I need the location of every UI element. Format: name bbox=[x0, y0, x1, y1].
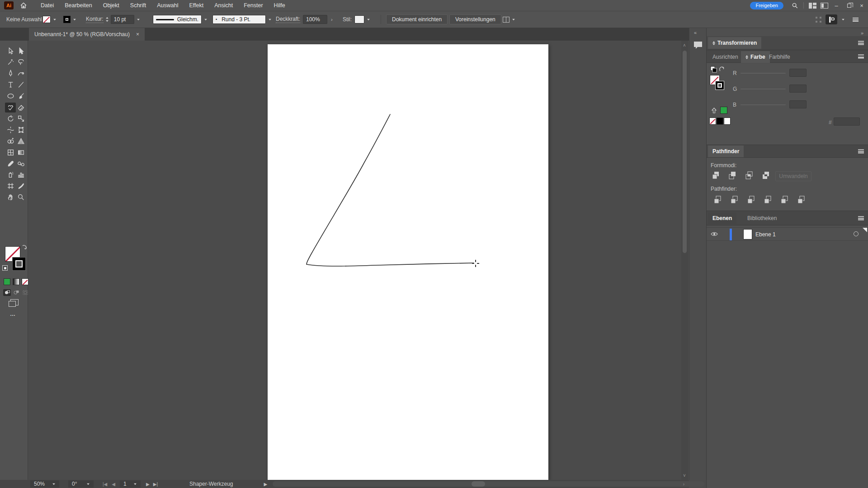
black-swatch[interactable] bbox=[717, 117, 723, 125]
stroke-weight-value[interactable]: 10 pt bbox=[111, 15, 134, 24]
last-page-icon[interactable]: ▶| bbox=[153, 482, 158, 487]
document-setup-button[interactable]: Dokument einrichten bbox=[386, 14, 448, 24]
rotation-select[interactable]: 0° bbox=[68, 480, 94, 488]
tab-ausrichten[interactable]: Ausrichten bbox=[708, 51, 743, 63]
scroll-down-icon[interactable]: ˅ bbox=[683, 474, 686, 478]
chevron-down-icon[interactable] bbox=[137, 19, 140, 20]
artboard-nav-select[interactable]: 1 bbox=[120, 480, 141, 488]
chevron-down-icon[interactable] bbox=[73, 19, 76, 20]
menu-auswahl[interactable]: Auswahl bbox=[151, 0, 184, 11]
stroke-color-control[interactable] bbox=[63, 11, 76, 28]
collapse-dock-icon[interactable]: » bbox=[861, 30, 863, 36]
chevron-down-icon[interactable] bbox=[269, 19, 271, 20]
selection-tool[interactable] bbox=[15, 46, 26, 56]
g-slider[interactable] bbox=[741, 89, 786, 89]
color-button[interactable] bbox=[4, 278, 10, 285]
symbol-sprayer-tool[interactable] bbox=[5, 170, 16, 180]
line-segment-tool[interactable] bbox=[15, 80, 26, 90]
workspace-switcher-icon[interactable] bbox=[826, 14, 837, 24]
horizontal-scrollbar[interactable] bbox=[273, 481, 704, 487]
minimize-icon[interactable]: – bbox=[830, 0, 843, 11]
hand-tool[interactable] bbox=[5, 192, 16, 202]
chevron-down-icon[interactable] bbox=[53, 19, 56, 20]
r-slider[interactable] bbox=[741, 73, 786, 74]
eraser-tool[interactable] bbox=[15, 103, 26, 113]
share-button[interactable]: Freigeben bbox=[750, 2, 783, 9]
type-tool[interactable] bbox=[5, 80, 16, 90]
close-tab-icon[interactable]: × bbox=[136, 31, 139, 38]
artboard-tool[interactable] bbox=[5, 181, 16, 191]
minus-back-icon[interactable] bbox=[796, 195, 806, 204]
document-tab[interactable]: Unbenannt-1* @ 50 % (RGB/Vorschau) × bbox=[29, 28, 145, 41]
last-color-icon[interactable] bbox=[711, 108, 717, 113]
chevron-down-icon[interactable] bbox=[842, 19, 844, 20]
crop-icon[interactable] bbox=[763, 195, 773, 204]
tab-farbhilfe[interactable]: Farbhilfe bbox=[764, 51, 795, 63]
home-icon[interactable] bbox=[20, 2, 27, 9]
column-graph-tool[interactable] bbox=[15, 170, 26, 180]
tab-transformieren[interactable]: Transformieren bbox=[708, 37, 761, 49]
trim-icon[interactable] bbox=[729, 195, 739, 204]
organize-apps-icon[interactable] bbox=[807, 0, 818, 11]
menu-effekt[interactable]: Effekt bbox=[184, 0, 209, 11]
perspective-grid-tool[interactable] bbox=[15, 136, 26, 146]
intersect-icon[interactable] bbox=[744, 170, 754, 180]
first-page-icon[interactable]: |◀ bbox=[103, 482, 107, 487]
menu-objekt[interactable]: Objekt bbox=[98, 0, 125, 11]
layer-row[interactable]: Ebene 1 bbox=[707, 227, 868, 241]
magic-wand-tool[interactable] bbox=[5, 57, 16, 67]
scroll-up-icon[interactable]: ˄ bbox=[683, 43, 686, 48]
close-icon[interactable]: × bbox=[855, 0, 868, 11]
draw-behind-mode[interactable] bbox=[12, 289, 20, 296]
artboard[interactable] bbox=[268, 44, 548, 480]
draw-normal-mode[interactable] bbox=[3, 289, 11, 296]
convert-button[interactable]: Umwandeln bbox=[775, 171, 811, 181]
pen-tool[interactable] bbox=[5, 69, 16, 79]
touch-workspace-icon[interactable] bbox=[816, 17, 821, 23]
workspace-panel-icon[interactable] bbox=[818, 0, 830, 11]
merge-icon[interactable] bbox=[746, 195, 756, 204]
stroke-weight-stepper[interactable] bbox=[105, 17, 109, 22]
gradient-button[interactable] bbox=[13, 278, 19, 285]
status-options-icon[interactable]: ▶ bbox=[264, 482, 268, 487]
vertical-scrollbar[interactable]: ˄ ˅ bbox=[681, 41, 688, 480]
layer-thumbnail[interactable] bbox=[743, 229, 752, 239]
restore-icon[interactable] bbox=[843, 0, 855, 11]
vertical-scrollbar-thumb[interactable] bbox=[683, 51, 687, 253]
g-value-field[interactable] bbox=[789, 84, 807, 93]
rotate-tool[interactable] bbox=[5, 113, 16, 123]
exclude-icon[interactable] bbox=[761, 170, 771, 180]
color-panel-menu-icon[interactable] bbox=[858, 55, 864, 59]
r-value-field[interactable] bbox=[789, 69, 807, 77]
blend-tool[interactable] bbox=[15, 159, 26, 169]
transform-panel-menu-icon[interactable] bbox=[858, 41, 864, 45]
width-tool[interactable] bbox=[5, 125, 16, 135]
prev-page-icon[interactable]: ◀ bbox=[112, 482, 115, 487]
proxy-swap-icons[interactable] bbox=[710, 66, 726, 73]
unite-icon[interactable] bbox=[711, 170, 721, 180]
comments-icon[interactable] bbox=[693, 41, 703, 50]
visibility-eye-icon[interactable] bbox=[711, 231, 718, 237]
zoom-tool[interactable] bbox=[15, 192, 26, 202]
scroll-right-icon[interactable]: › bbox=[683, 482, 684, 487]
divide-icon[interactable] bbox=[712, 195, 722, 204]
menu-schrift[interactable]: Schrift bbox=[125, 0, 151, 11]
menu-fenster[interactable]: Fenster bbox=[238, 0, 268, 11]
menu-datei[interactable]: Datei bbox=[35, 0, 59, 11]
layer-name[interactable]: Ebene 1 bbox=[755, 231, 776, 238]
direct-selection-tool[interactable] bbox=[5, 46, 16, 56]
chevron-right-icon[interactable]: › bbox=[331, 17, 333, 22]
lasso-tool[interactable] bbox=[15, 57, 26, 67]
chevron-down-icon[interactable] bbox=[512, 19, 515, 20]
stroke-weight-label[interactable]: Kontur: bbox=[86, 16, 104, 23]
opacity-value[interactable]: 100% bbox=[303, 15, 327, 24]
draw-inside-mode[interactable] bbox=[21, 289, 29, 296]
curvature-tool[interactable] bbox=[15, 69, 26, 79]
none-button[interactable] bbox=[22, 278, 28, 285]
mesh-tool[interactable] bbox=[5, 147, 16, 157]
minus-front-icon[interactable] bbox=[727, 170, 737, 180]
layer-target-icon[interactable] bbox=[854, 231, 859, 236]
menu-ansicht[interactable]: Ansicht bbox=[209, 0, 238, 11]
menu-hilfe[interactable]: Hilfe bbox=[269, 0, 291, 11]
style-swatch[interactable] bbox=[354, 15, 364, 23]
